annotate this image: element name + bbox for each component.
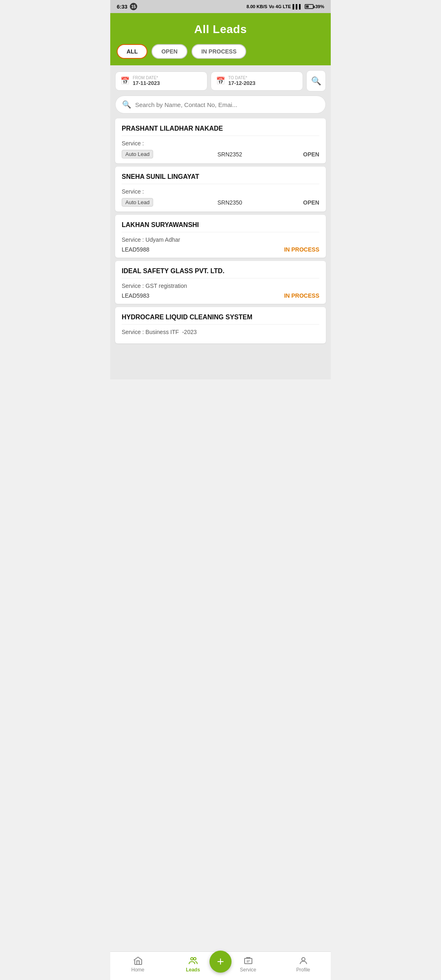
search-input[interactable] xyxy=(135,101,319,108)
search-icon: 🔍 xyxy=(311,76,321,86)
lead-bottom-row: Auto Lead SRN2352 OPEN xyxy=(122,150,319,158)
lead-card[interactable]: PRASHANT LILADHAR NAKADE Service : Auto … xyxy=(115,118,326,163)
lead-status: IN PROCESS xyxy=(284,246,319,253)
network-type: Vo 4G LTE xyxy=(269,4,291,9)
service-label: Service : xyxy=(122,140,144,147)
lead-srn: LEAD5983 xyxy=(122,292,149,299)
service-label: Service : Business ITF xyxy=(122,329,179,335)
notification-badge: 15 xyxy=(130,3,137,10)
to-date-container: TO DATE* 17-12-2023 xyxy=(228,76,256,86)
battery-percent: 39% xyxy=(315,4,324,9)
filter-tab-all[interactable]: ALL xyxy=(117,44,147,59)
lead-date-partial: -2023 xyxy=(182,329,197,335)
search-icon-bar: 🔍 xyxy=(122,100,131,109)
lead-card[interactable]: LAKHAN SURYAWANSHI Service : Udyam Adhar… xyxy=(115,215,326,258)
lead-bottom-row: Auto Lead SRN2350 OPEN xyxy=(122,198,319,207)
lead-name: LAKHAN SURYAWANSHI xyxy=(122,221,319,232)
lead-service-row: Service : GST registration xyxy=(122,283,319,289)
lead-card[interactable]: HYDROCARE LIQUID CLEANING SYSTEM Service… xyxy=(115,307,326,343)
search-bar: 🔍 xyxy=(115,96,326,114)
status-bar: 6:33 15 8.00 KB/S Vo 4G LTE ▌▌▌ 39% xyxy=(110,0,331,13)
service-label: Service : GST registration xyxy=(122,283,187,289)
lead-srn: LEAD5988 xyxy=(122,246,149,253)
header: All Leads xyxy=(110,13,331,44)
lead-status: OPEN xyxy=(303,151,319,158)
battery-icon xyxy=(305,4,314,9)
status-left: 6:33 15 xyxy=(117,3,137,10)
lead-status: IN PROCESS xyxy=(284,292,319,299)
to-date-value: 17-12-2023 xyxy=(228,80,256,86)
calendar-icon-from: 📅 xyxy=(120,76,129,85)
lead-badge: Auto Lead xyxy=(122,198,153,207)
to-date-input[interactable]: 📅 TO DATE* 17-12-2023 xyxy=(211,71,303,91)
status-right: 8.00 KB/S Vo 4G LTE ▌▌▌ 39% xyxy=(247,4,324,9)
lead-bottom-row: LEAD5988 IN PROCESS xyxy=(122,246,319,253)
lead-service-row: Service : Udyam Adhar xyxy=(122,236,319,243)
to-date-label: TO DATE* xyxy=(228,76,256,80)
lead-name: SNEHA SUNIL LINGAYAT xyxy=(122,173,319,184)
lead-card[interactable]: SNEHA SUNIL LINGAYAT Service : Auto Lead… xyxy=(115,167,326,212)
lead-bottom-row: LEAD5983 IN PROCESS xyxy=(122,292,319,299)
calendar-icon-to: 📅 xyxy=(216,76,225,85)
filter-tab-inprocess[interactable]: IN PROCESS xyxy=(192,44,246,59)
lead-status: OPEN xyxy=(303,199,319,206)
status-time: 6:33 xyxy=(117,4,127,10)
page-title: All Leads xyxy=(117,23,324,36)
content-area: 📅 FROM DATE* 17-11-2023 📅 TO DATE* 17-12… xyxy=(110,65,331,379)
date-filter-row: 📅 FROM DATE* 17-11-2023 📅 TO DATE* 17-12… xyxy=(115,70,326,91)
lead-name: IDEAL SAFETY GLASS PVT. LTD. xyxy=(122,267,319,278)
lead-srn: SRN2350 xyxy=(217,199,242,206)
date-search-button[interactable]: 🔍 xyxy=(306,70,326,91)
leads-list: PRASHANT LILADHAR NAKADE Service : Auto … xyxy=(115,118,326,347)
network-speed: 8.00 KB/S xyxy=(247,4,267,9)
from-date-input[interactable]: 📅 FROM DATE* 17-11-2023 xyxy=(115,71,207,91)
signal-icon: ▌▌▌ xyxy=(293,4,302,9)
lead-service-row: Service : xyxy=(122,140,319,147)
from-date-label: FROM DATE* xyxy=(133,76,160,80)
service-label: Service : xyxy=(122,188,144,195)
lead-name: HYDROCARE LIQUID CLEANING SYSTEM xyxy=(122,314,319,325)
from-date-value: 17-11-2023 xyxy=(133,80,160,86)
lead-name: PRASHANT LILADHAR NAKADE xyxy=(122,125,319,136)
filter-tab-open[interactable]: OPEN xyxy=(151,44,187,59)
lead-service-row: Service : xyxy=(122,188,319,195)
filter-tabs: ALL OPEN IN PROCESS xyxy=(110,44,331,65)
lead-card[interactable]: IDEAL SAFETY GLASS PVT. LTD. Service : G… xyxy=(115,261,326,304)
service-label: Service : Udyam Adhar xyxy=(122,236,180,243)
lead-service-row: Service : Business ITF -2023 xyxy=(122,329,319,335)
lead-badge: Auto Lead xyxy=(122,150,153,158)
from-date-container: FROM DATE* 17-11-2023 xyxy=(133,76,160,86)
lead-srn: SRN2352 xyxy=(217,151,242,158)
